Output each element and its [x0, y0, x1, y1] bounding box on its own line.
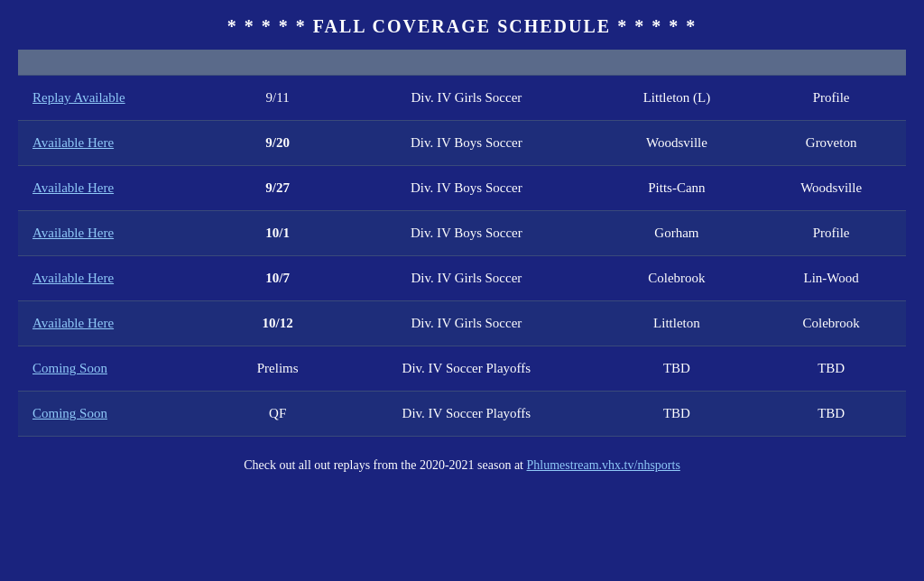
availability-cell[interactable]: Replay Available: [18, 76, 219, 121]
table-row: Available Here10/12Div. IV Girls SoccerL…: [18, 301, 906, 346]
sport-cell: Div. IV Boys Soccer: [336, 166, 596, 211]
table-header-row: [18, 50, 906, 76]
team2-cell: Profile: [756, 76, 906, 121]
table-row: Replay Available9/11Div. IV Girls Soccer…: [18, 76, 906, 121]
team1-cell: Woodsville: [597, 121, 757, 166]
header-link: [18, 50, 219, 76]
date-cell: 9/27: [219, 166, 336, 211]
date-cell: 9/11: [219, 76, 336, 121]
team2-cell: Groveton: [756, 121, 906, 166]
page-wrapper: * * * * * FALL COVERAGE SCHEDULE * * * *…: [0, 0, 924, 581]
sport-cell: Div. IV Girls Soccer: [336, 256, 596, 301]
page-title: * * * * * FALL COVERAGE SCHEDULE * * * *…: [227, 16, 697, 37]
team2-cell: Lin-Wood: [756, 256, 906, 301]
sport-cell: Div. IV Soccer Playoffs: [336, 392, 596, 437]
date-cell: 10/7: [219, 256, 336, 301]
availability-cell[interactable]: Available Here: [18, 301, 219, 346]
team1-cell: Pitts-Cann: [597, 166, 757, 211]
team2-cell: TBD: [756, 346, 906, 392]
footer-link[interactable]: Phlumestream.vhx.tv/nhsports: [527, 458, 680, 472]
team1-cell: Littleton: [597, 301, 757, 346]
schedule-table: Replay Available9/11Div. IV Girls Soccer…: [18, 50, 906, 437]
date-cell: QF: [219, 392, 336, 437]
team1-cell: TBD: [597, 346, 757, 392]
date-cell: 10/12: [219, 301, 336, 346]
table-row: Available Here9/20Div. IV Boys SoccerWoo…: [18, 121, 906, 166]
date-cell: 10/1: [219, 211, 336, 256]
team1-cell: Littleton (L): [597, 76, 757, 121]
team1-cell: Gorham: [597, 211, 757, 256]
team2-cell: TBD: [756, 392, 906, 437]
team2-cell: Colebrook: [756, 301, 906, 346]
availability-cell[interactable]: Available Here: [18, 121, 219, 166]
date-cell: Prelims: [219, 346, 336, 392]
footer-text: Check out all out replays from the 2020-…: [18, 446, 906, 476]
sport-cell: Div. IV Girls Soccer: [336, 301, 596, 346]
header-sport: [336, 50, 596, 76]
team1-cell: TBD: [597, 392, 757, 437]
sport-cell: Div. IV Boys Soccer: [336, 121, 596, 166]
availability-cell[interactable]: Coming Soon: [18, 346, 219, 392]
header-team2: [756, 50, 906, 76]
header-team1: [597, 50, 757, 76]
sport-cell: Div. IV Boys Soccer: [336, 211, 596, 256]
table-row: Available Here10/7Div. IV Girls SoccerCo…: [18, 256, 906, 301]
availability-cell[interactable]: Available Here: [18, 166, 219, 211]
table-row: Coming SoonPrelimsDiv. IV Soccer Playoff…: [18, 346, 906, 392]
header-date: [219, 50, 336, 76]
table-row: Coming SoonQFDiv. IV Soccer PlayoffsTBDT…: [18, 392, 906, 437]
team2-cell: Woodsville: [756, 166, 906, 211]
table-row: Available Here9/27Div. IV Boys SoccerPit…: [18, 166, 906, 211]
team1-cell: Colebrook: [597, 256, 757, 301]
sport-cell: Div. IV Soccer Playoffs: [336, 346, 596, 392]
footer-static-text: Check out all out replays from the 2020-…: [244, 458, 526, 472]
availability-cell[interactable]: Available Here: [18, 256, 219, 301]
team2-cell: Profile: [756, 211, 906, 256]
availability-cell[interactable]: Available Here: [18, 211, 219, 256]
table-row: Available Here10/1Div. IV Boys SoccerGor…: [18, 211, 906, 256]
date-cell: 9/20: [219, 121, 336, 166]
sport-cell: Div. IV Girls Soccer: [336, 76, 596, 121]
availability-cell[interactable]: Coming Soon: [18, 392, 219, 437]
